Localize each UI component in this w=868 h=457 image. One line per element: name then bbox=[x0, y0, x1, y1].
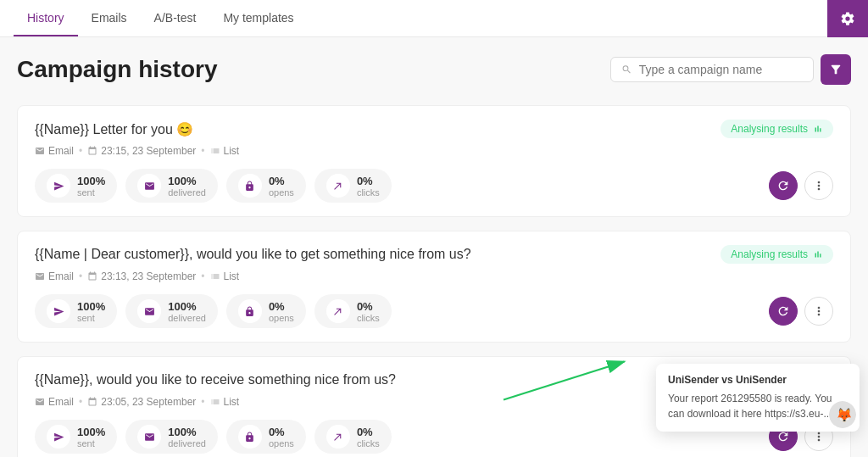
stat-item: 100% delivered bbox=[125, 420, 218, 454]
stat-icon-click bbox=[326, 425, 350, 449]
stat-label: opens bbox=[269, 187, 294, 198]
stat-item: 0% opens bbox=[226, 169, 306, 203]
stat-label: delivered bbox=[168, 187, 206, 198]
tab-my-templates[interactable]: My templates bbox=[209, 1, 307, 36]
campaign-name: {{Name | Dear customer}}, would you like… bbox=[35, 247, 471, 262]
stat-icon-click bbox=[326, 299, 350, 323]
stat-item: 0% clicks bbox=[314, 169, 392, 203]
stat-icon-click bbox=[326, 174, 350, 198]
stat-value: 0% bbox=[357, 300, 380, 313]
stat-item: 100% delivered bbox=[125, 294, 218, 328]
stat-value: 100% bbox=[168, 175, 206, 187]
settings-button[interactable] bbox=[827, 0, 868, 37]
campaign-date: 23:05, 23 September bbox=[87, 396, 196, 408]
stat-item: 100% sent bbox=[35, 420, 117, 454]
stat-label: opens bbox=[269, 313, 294, 323]
page-title: Campaign history bbox=[17, 56, 217, 83]
stat-label: opens bbox=[269, 438, 294, 449]
stat-value: 0% bbox=[269, 426, 294, 438]
stat-label: sent bbox=[77, 438, 105, 449]
more-button[interactable] bbox=[804, 297, 833, 326]
stat-icon-email bbox=[137, 299, 161, 323]
refresh-button[interactable] bbox=[769, 171, 798, 200]
stat-value: 0% bbox=[269, 175, 294, 187]
nav-tabs: History Emails A/B-test My templates bbox=[14, 1, 308, 36]
search-filter-area bbox=[610, 54, 851, 85]
stat-label: sent bbox=[77, 187, 105, 198]
card-meta: Email • 23:13, 23 September • List bbox=[35, 270, 833, 282]
analysing-badge: Analysing results bbox=[721, 245, 833, 264]
campaign-type: Email bbox=[35, 396, 74, 408]
campaign-list: List bbox=[210, 270, 240, 282]
stat-value: 100% bbox=[77, 300, 105, 313]
stat-value: 100% bbox=[168, 426, 206, 438]
stat-value: 0% bbox=[269, 300, 294, 313]
stat-icon-lock bbox=[238, 174, 262, 198]
campaign-name: {{Name}}, would you like to receive some… bbox=[35, 372, 396, 387]
campaign-card: {{Name | Dear customer}}, would you like… bbox=[17, 231, 851, 343]
campaign-date: 23:15, 23 September bbox=[87, 145, 196, 157]
analysing-badge: Analysing results bbox=[721, 120, 833, 138]
search-input[interactable] bbox=[639, 63, 803, 76]
refresh-button[interactable] bbox=[769, 297, 798, 326]
notification-popup: UniSender vs UniSender Your report 26129… bbox=[656, 364, 860, 432]
stat-item: 0% opens bbox=[226, 420, 306, 454]
stat-icon-lock bbox=[238, 425, 262, 449]
stat-label: delivered bbox=[168, 438, 206, 449]
stat-icon-lock bbox=[238, 299, 262, 323]
stat-value: 0% bbox=[357, 175, 380, 187]
filter-icon bbox=[829, 63, 843, 76]
tab-ab-test[interactable]: A/B-test bbox=[141, 1, 210, 36]
campaign-type: Email bbox=[35, 145, 74, 157]
gear-icon bbox=[840, 11, 855, 26]
stat-value: 0% bbox=[357, 426, 380, 438]
card-actions bbox=[769, 171, 833, 200]
notification-title: UniSender vs UniSender bbox=[668, 374, 848, 386]
tab-emails[interactable]: Emails bbox=[78, 1, 141, 36]
search-icon bbox=[621, 64, 632, 75]
stat-item: 0% clicks bbox=[314, 420, 392, 454]
notification-body: Your report 261295580 is ready. You can … bbox=[668, 391, 848, 421]
svg-text:🦊: 🦊 bbox=[836, 407, 853, 423]
stat-item: 0% opens bbox=[226, 294, 306, 328]
stat-label: delivered bbox=[168, 313, 206, 323]
card-header: {{Name}} Letter for you 😊 Analysing resu… bbox=[35, 120, 833, 138]
stat-label: clicks bbox=[357, 313, 380, 323]
stats-row: 100% sent 100% delivered 0% opens bbox=[35, 294, 833, 328]
stat-label: clicks bbox=[357, 438, 380, 449]
stat-value: 100% bbox=[77, 426, 105, 438]
tab-history[interactable]: History bbox=[14, 1, 78, 36]
card-actions bbox=[769, 297, 833, 326]
campaign-card: {{Name}} Letter for you 😊 Analysing resu… bbox=[17, 105, 851, 217]
stat-label: clicks bbox=[357, 187, 380, 198]
search-box[interactable] bbox=[610, 57, 814, 82]
card-header: {{Name | Dear customer}}, would you like… bbox=[35, 245, 833, 264]
campaign-list: List bbox=[210, 396, 240, 408]
stat-label: sent bbox=[77, 313, 105, 323]
stat-item: 100% sent bbox=[35, 294, 117, 328]
stat-item: 0% clicks bbox=[314, 294, 392, 328]
page-header: Campaign history bbox=[17, 54, 851, 85]
card-meta: Email • 23:15, 23 September • List bbox=[35, 145, 833, 157]
stat-icon-send bbox=[47, 174, 70, 198]
stat-icon-email bbox=[137, 425, 161, 449]
campaign-list: List bbox=[210, 145, 240, 157]
stat-value: 100% bbox=[168, 300, 206, 313]
stat-item: 100% delivered bbox=[125, 169, 218, 203]
campaign-name: {{Name}} Letter for you 😊 bbox=[35, 121, 193, 137]
stats-row: 100% sent 100% delivered 0% opens bbox=[35, 169, 833, 203]
top-navigation: History Emails A/B-test My templates bbox=[0, 0, 868, 37]
filter-button[interactable] bbox=[821, 54, 851, 85]
notification-avatar: 🦊 bbox=[829, 401, 856, 428]
more-button[interactable] bbox=[804, 171, 833, 200]
campaign-date: 23:13, 23 September bbox=[87, 270, 196, 282]
campaign-type: Email bbox=[35, 270, 74, 282]
stat-icon-send bbox=[47, 425, 70, 449]
stat-icon-email bbox=[137, 174, 161, 198]
stat-value: 100% bbox=[77, 175, 105, 187]
stat-item: 100% sent bbox=[35, 169, 117, 203]
stat-icon-send bbox=[47, 299, 70, 323]
